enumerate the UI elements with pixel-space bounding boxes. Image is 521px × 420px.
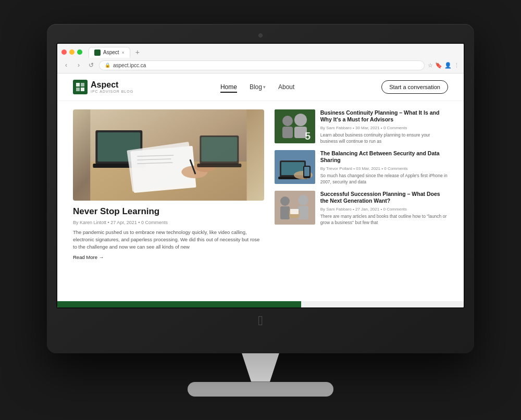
svg-rect-0: [76, 83, 80, 87]
featured-image: [73, 109, 264, 201]
apple-logo: : [56, 308, 465, 330]
browser-chrome: Aspect × + ‹ › ↺ 🔒 aspect.ipcc.ca ☆ �: [57, 44, 464, 73]
refresh-button[interactable]: ↺: [86, 60, 96, 70]
svg-rect-3: [81, 88, 84, 91]
svg-rect-19: [197, 164, 241, 167]
logo-text: Aspect IPC ADVISOR BLOG: [91, 80, 133, 93]
monitor: Aspect × + ‹ › ↺ 🔒 aspect.ipcc.ca ☆ �: [47, 24, 474, 397]
monitor-stand-base: [188, 382, 333, 397]
cta-button[interactable]: Start a conversation: [381, 80, 448, 94]
logo-subtitle: IPC ADVISOR BLOG: [91, 90, 133, 93]
blog-chevron-icon: ▾: [263, 84, 266, 90]
browser-toolbar: ‹ › ↺ 🔒 aspect.ipcc.ca ☆ 🔖 👤 ⋮: [57, 58, 464, 73]
address-bar[interactable]: 🔒 aspect.ipcc.ca: [99, 60, 425, 70]
tab-close-button[interactable]: ×: [122, 50, 125, 55]
ssl-icon: 🔒: [105, 63, 110, 68]
post-thumbnail: 5: [275, 109, 315, 143]
list-item: The Balancing Act Between Security and D…: [275, 150, 448, 186]
active-tab[interactable]: Aspect ×: [89, 47, 130, 58]
site-header: Aspect IPC ADVISOR BLOG Home Blog ▾ Abou…: [57, 73, 464, 101]
bookmark-star-icon[interactable]: ☆: [428, 62, 433, 69]
sidebar-post-meta: By Sam Fabbaro • 30 Mar, 2021 • 0 Commen…: [320, 126, 448, 130]
monitor-stand-neck: [229, 353, 292, 382]
sidebar-post-excerpt: There are many articles and books that o…: [320, 214, 448, 226]
forward-button[interactable]: ›: [74, 60, 83, 70]
post-thumbnail: [275, 191, 315, 225]
tab-title: Aspect: [103, 50, 119, 55]
menu-icon[interactable]: ⋮: [454, 62, 460, 69]
tab-favicon: [94, 50, 101, 56]
list-item: 5 Business Continuity Planning – What It…: [275, 109, 448, 145]
toolbar-icons: ☆ 🔖 👤 ⋮: [428, 62, 460, 69]
sidebar-post-content: Successful Succession Planning – What Do…: [320, 191, 448, 226]
browser-tabs: Aspect × +: [57, 44, 464, 58]
website: Aspect IPC ADVISOR BLOG Home Blog ▾ Abou…: [57, 73, 464, 302]
svg-point-39: [298, 195, 308, 205]
logo-icon: [73, 80, 88, 94]
nav-blog[interactable]: Blog ▾: [250, 83, 266, 91]
close-window-button[interactable]: [61, 50, 67, 55]
svg-rect-18: [201, 137, 237, 162]
main-content: Never Stop Learning By Karen Lintott • 2…: [57, 101, 464, 299]
bookmark-icon[interactable]: 🔖: [435, 62, 442, 69]
site-nav: Home Blog ▾ About: [220, 83, 294, 91]
maximize-window-button[interactable]: [77, 50, 82, 55]
svg-point-24: [294, 114, 307, 126]
svg-rect-2: [76, 88, 80, 91]
svg-text:5: 5: [305, 130, 311, 142]
sidebar-post-title: The Balancing Act Between Security and D…: [320, 150, 448, 164]
sidebar-posts: 5 Business Continuity Planning – What It…: [275, 109, 448, 291]
featured-post-title: Never Stop Learning: [73, 206, 264, 217]
url-text: aspect.ipcc.ca: [113, 63, 146, 68]
sidebar-post-meta: By Sam Fabbaro • 27 Jan, 2021 • 0 Commen…: [320, 207, 448, 212]
svg-rect-23: [282, 127, 293, 138]
monitor-screen: Aspect × + ‹ › ↺ 🔒 aspect.ipcc.ca ☆ �: [56, 43, 465, 308]
post-thumbnail: [275, 150, 315, 184]
sidebar-post-excerpt: So much has changed since the release of…: [320, 173, 448, 186]
sidebar-post-title: Successful Succession Planning – What Do…: [320, 191, 448, 205]
sidebar-post-title: Business Continuity Planning – What It I…: [320, 109, 448, 123]
sidebar-post-content: Business Continuity Planning – What It I…: [320, 109, 448, 145]
svg-rect-38: [280, 206, 290, 219]
profile-icon[interactable]: 👤: [444, 62, 452, 69]
logo-title: Aspect: [91, 80, 133, 90]
site-logo: Aspect IPC ADVISOR BLOG: [73, 80, 133, 94]
svg-point-22: [282, 116, 293, 126]
minimize-window-button[interactable]: [69, 50, 75, 55]
list-item: Successful Succession Planning – What Do…: [275, 191, 448, 226]
svg-point-37: [280, 196, 290, 206]
sidebar-post-content: The Balancing Act Between Security and D…: [320, 150, 448, 186]
read-more-link[interactable]: Read More →: [73, 254, 264, 260]
svg-rect-34: [304, 167, 309, 176]
svg-rect-42: [290, 209, 299, 214]
nav-about[interactable]: About: [278, 83, 294, 91]
nav-home[interactable]: Home: [220, 83, 237, 91]
footer-bar: [57, 301, 464, 302]
new-tab-button[interactable]: +: [132, 47, 143, 57]
sidebar-post-meta: By Trevor Pollard • 03 Mar, 2021 • 0 Com…: [320, 166, 448, 171]
monitor-bezel: Aspect × + ‹ › ↺ 🔒 aspect.ipcc.ca ☆ �: [47, 24, 474, 353]
sidebar-post-excerpt: Learn about business continuity planning…: [320, 132, 448, 145]
back-button[interactable]: ‹: [61, 60, 71, 70]
monitor-camera: [258, 33, 263, 38]
featured-post-meta: By Karen Lintott • 27 Apr, 2021 • 0 Comm…: [73, 220, 264, 225]
traffic-lights: [61, 50, 82, 55]
featured-post-excerpt: The pandemic pushed us to embrace new te…: [73, 229, 264, 251]
svg-rect-10: [127, 142, 194, 192]
svg-rect-1: [81, 83, 84, 87]
featured-post: Never Stop Learning By Karen Lintott • 2…: [73, 109, 264, 291]
